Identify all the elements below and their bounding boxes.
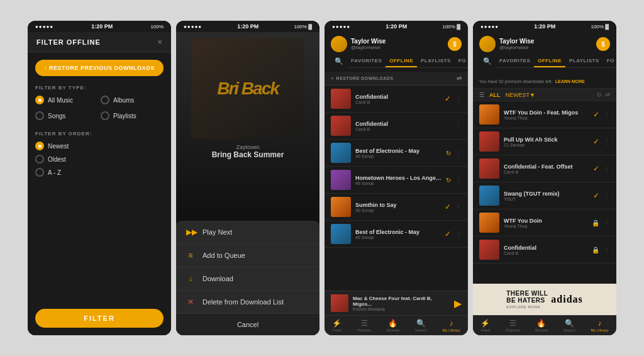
song-artist-6-4: Cardi B [504, 251, 587, 255]
song-item-3-4[interactable]: Confidential - Feat. Offset Cardi B ✓ ⋮ [473, 155, 616, 182]
tab-fo-3[interactable]: FO [455, 55, 468, 67]
radio-label-az: A - Z [48, 169, 61, 176]
nav-feed-4[interactable]: ⚡ Feed [480, 319, 490, 332]
playing-name-3: Mac & Cheese Four feat. Cardi B, Migos..… [353, 296, 450, 307]
coin-icon-3[interactable]: $ [448, 37, 462, 51]
tab-favorites-3[interactable]: FAVORITES [347, 55, 386, 67]
song-item-4-3[interactable]: Hometown Heroes - Los Angeles 46 Songs ↻… [325, 167, 468, 194]
song-item-5-3[interactable]: Sumthin to Say 30 Songs ✓ ⋮ [325, 194, 468, 221]
dots-menu-6-3[interactable]: ⋮ [455, 231, 462, 238]
song-sub-4-3: 46 Songs [355, 181, 441, 186]
dots-menu-3-3[interactable]: ⋮ [455, 150, 462, 157]
dots-menu-5-3[interactable]: ⋮ [455, 204, 462, 211]
context-add-queue[interactable]: ≡ Add to Queue [176, 244, 319, 267]
playing-info-3: Mac & Cheese Four feat. Cardi B, Migos..… [353, 296, 450, 311]
dots-menu-4-3[interactable]: ⋮ [455, 177, 462, 184]
song-name-1-4: WTF You Doin - Feat. Migos [504, 109, 589, 116]
dots-menu-5-4[interactable]: ⋮ [604, 220, 610, 226]
add-queue-icon: ≡ [186, 251, 195, 260]
song-item-1-3[interactable]: Confidential Cardi B ✓ ⋮ [325, 86, 468, 113]
dots-menu-6-4[interactable]: ⋮ [604, 247, 610, 253]
screen2-background: Bri Back Zaytoven Bring Back Summer ▶▶ P… [176, 32, 319, 335]
song-item-1-4[interactable]: WTF You Doin - Feat. Migos Young Thug ✓ … [473, 101, 616, 128]
song-item-5-4[interactable]: WTF You Doin Young Thug 🔒 ⋮ [473, 209, 616, 236]
ad-sub-text-4: BE HATERS [506, 297, 548, 304]
ad-cta-4[interactable]: EXPLORE MORE [506, 305, 548, 309]
dots-menu-2-4[interactable]: ⋮ [604, 138, 610, 145]
nav-browse-4[interactable]: 🔥 Browse [535, 319, 548, 332]
tab-favorites-4[interactable]: FAVORITES [496, 55, 534, 67]
dots-menu-4-4[interactable]: ⋮ [604, 192, 610, 199]
radio-label-playlists: Playlists [113, 113, 136, 120]
song-item-6-4[interactable]: Confidential Cardi B 🔒 ⋮ [473, 236, 616, 264]
user-info-4: Taylor Wise @taylorrwise [479, 36, 534, 52]
nav-playlists-3[interactable]: ☰ Playlists [357, 319, 371, 332]
song-info-6-3: Best of Electronic - May 46 Songs [355, 229, 440, 240]
restore-icon-3: ≡ [331, 76, 334, 81]
nav-playlists-4[interactable]: ☰ Playlists [506, 319, 519, 332]
adidas-logo-4: adidas [551, 294, 582, 305]
radio-songs[interactable]: Songs [35, 111, 98, 120]
search-icon-4[interactable]: 🔍 [479, 55, 496, 68]
radio-albums[interactable]: Albums [101, 96, 164, 104]
nav-feed-3[interactable]: ⚡ Feed [332, 319, 341, 332]
song-item-2-3[interactable]: Confidential Cardi B ⋮ [325, 113, 468, 140]
song-item-6-3[interactable]: Best of Electronic - May 46 Songs ✓ ⋮ [325, 221, 468, 248]
dots-menu-1-4[interactable]: ⋮ [604, 111, 610, 118]
playing-bar-3: Mac & Cheese Four feat. Cardi B, Migos..… [325, 291, 468, 315]
sort-all-4[interactable]: ALL [489, 92, 501, 98]
context-download[interactable]: ↓ Download [176, 267, 319, 291]
nav-search-4[interactable]: 🔍 Search [564, 319, 575, 332]
battery-2: 100% ▓ [294, 24, 312, 30]
dots-menu-1-3[interactable]: ⋮ [455, 96, 462, 103]
download-check-1-3: ✓ [445, 94, 451, 103]
tab-fo-4[interactable]: FO [603, 55, 616, 67]
nav-search-3[interactable]: 🔍 Search [415, 319, 427, 332]
tab-offline-3[interactable]: OFFLINE [386, 55, 417, 67]
radio-oldest[interactable]: Oldest [35, 155, 164, 164]
close-icon[interactable]: × [157, 37, 162, 47]
song-thumb-3-4 [479, 159, 499, 179]
play-button-3[interactable]: ▶ [454, 298, 462, 309]
radio-newest[interactable]: Newest [35, 142, 164, 150]
nav-library-3[interactable]: ♪ My Library [443, 319, 460, 332]
coin-icon-4[interactable]: $ [596, 37, 610, 51]
context-delete[interactable]: ✕ Delete from Download List [176, 291, 319, 314]
tab-playlists-3[interactable]: PLAYLISTS [417, 55, 455, 67]
song-item-4-4[interactable]: Swang (TGUT remix) YDUT ✓ ⋮ [473, 182, 616, 209]
song-name-3-3: Best of Electronic - May [355, 148, 441, 154]
song-info-1-4: WTF You Doin - Feat. Migos Young Thug [504, 109, 589, 120]
song-item-2-4[interactable]: Pull Up Wit Ah Stick 21 Savage ✓ ⋮ [473, 128, 616, 155]
radio-label-songs: Songs [48, 113, 65, 120]
shuffle-icon-4[interactable]: ⇄ [605, 91, 610, 98]
context-play-next[interactable]: ▶▶ Play Next [176, 221, 319, 244]
tab-offline-4[interactable]: OFFLINE [534, 55, 565, 67]
song-thumb-1-3 [331, 89, 351, 109]
dots-menu-2-3[interactable]: ⋮ [455, 123, 462, 130]
filter-button[interactable]: FILTER [35, 309, 164, 328]
avatar-3 [331, 36, 347, 52]
context-cancel[interactable]: Cancel [176, 314, 319, 335]
song-name-1-3: Confidential [355, 94, 440, 100]
playing-thumb-3 [331, 294, 348, 312]
settings-icon-4[interactable]: ⚙ [596, 91, 602, 98]
tab-playlists-4[interactable]: PLAYLISTS [565, 55, 603, 67]
dots-menu-3-4[interactable]: ⋮ [604, 165, 610, 172]
radio-playlists[interactable]: Playlists [101, 111, 164, 120]
ad-banner-4[interactable]: THERE WILL BE HATERS EXPLORE MORE adidas [473, 284, 616, 315]
song-artist-2-3: Cardi B [355, 127, 451, 131]
nav-library-4[interactable]: ♪ My Library [591, 319, 609, 332]
song-thumb-1-4 [479, 104, 499, 125]
radio-az[interactable]: A - Z [35, 168, 164, 177]
lock-icon-6-4: 🔒 [592, 247, 599, 253]
search-icon-3[interactable]: 🔍 [331, 55, 347, 68]
nav-browse-3[interactable]: 🔥 Browse [387, 319, 399, 332]
learn-more-link-4[interactable]: LEARN MORE [555, 79, 585, 84]
radio-all-music[interactable]: All Music [35, 96, 98, 104]
album-info: Zaytoven Bring Back Summer [212, 144, 284, 159]
song-item-3-3[interactable]: Best of Electronic - May 46 Songs ↻ ⋮ [325, 140, 468, 167]
song-thumb-3-3 [331, 143, 351, 163]
shuffle-icon-3[interactable]: ⇄ [457, 75, 462, 82]
restore-btn[interactable]: ↑ RESTORE PREVIOUS DOWNLOADS [35, 60, 164, 76]
sort-newest-4[interactable]: NEWEST▼ [506, 92, 535, 98]
